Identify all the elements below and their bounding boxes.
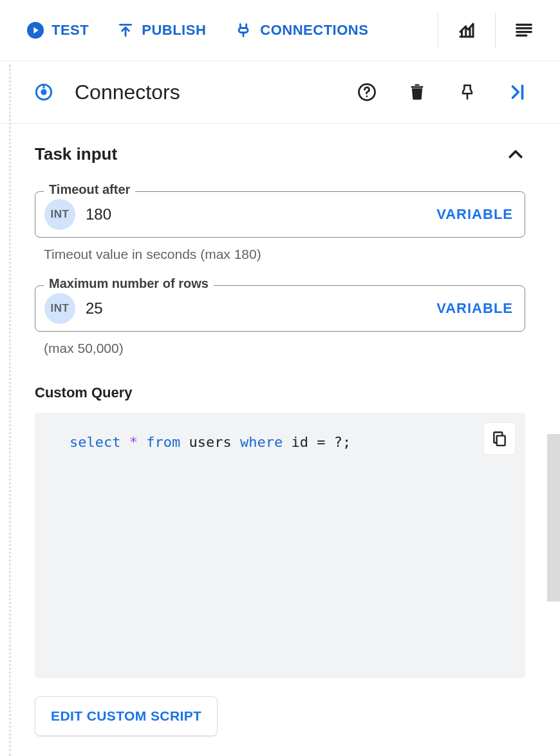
svg-point-9 — [41, 89, 46, 95]
pin-button[interactable] — [453, 78, 481, 106]
connector-icon — [35, 83, 53, 101]
panel-header: Connectors — [0, 61, 560, 124]
copy-icon — [491, 430, 508, 447]
edit-custom-script-button-label: EDIT CUSTOM SCRIPT — [51, 708, 201, 724]
copy-query-button[interactable] — [484, 423, 515, 454]
test-button[interactable]: TEST — [15, 17, 100, 44]
timeout-variable-button[interactable]: VARIABLE — [436, 206, 513, 223]
svg-rect-13 — [411, 86, 424, 88]
timeout-field-label: Timeout after — [44, 182, 135, 197]
custom-query-label: Custom Query — [35, 384, 525, 401]
publish-icon — [117, 22, 134, 39]
logs-button[interactable] — [506, 12, 542, 48]
timeout-input[interactable] — [84, 205, 427, 224]
task-input-section-toggle[interactable]: Task input — [35, 139, 525, 168]
max-rows-field-label: Maximum number of rows — [44, 276, 214, 291]
align-left-lines-icon — [514, 21, 534, 40]
analytics-button[interactable] — [449, 12, 485, 48]
vertical-scrollbar-thumb[interactable] — [547, 434, 560, 601]
panel-body: Task input Timeout after INT VARIABLE Ti… — [0, 124, 560, 736]
chevron-up-icon — [506, 145, 525, 164]
help-button[interactable] — [353, 78, 381, 106]
connections-button[interactable]: CONNECTIONS — [223, 16, 380, 44]
custom-query-code: select * from users where id = ?; — [70, 431, 484, 453]
max-rows-field: Maximum number of rows INT VARIABLE (max… — [35, 285, 525, 356]
pin-icon — [458, 83, 476, 101]
timeout-field: Timeout after INT VARIABLE Timeout value… — [35, 191, 525, 262]
int-type-badge: INT — [44, 199, 75, 230]
chevrons-right-end-icon — [508, 82, 527, 102]
custom-query-code-area: select * from users where id = ?; — [35, 413, 525, 678]
max-rows-variable-button[interactable]: VARIABLE — [436, 300, 513, 317]
svg-rect-17 — [497, 436, 505, 446]
svg-point-12 — [366, 95, 368, 97]
int-type-badge: INT — [44, 293, 75, 324]
connections-icon — [234, 21, 252, 39]
test-button-label: TEST — [51, 22, 89, 39]
bar-chart-icon — [457, 21, 476, 40]
help-circle-icon — [357, 82, 377, 102]
svg-rect-14 — [415, 84, 420, 86]
section-title: Task input — [35, 144, 117, 164]
delete-button[interactable] — [403, 78, 431, 106]
edit-custom-script-button[interactable]: EDIT CUSTOM SCRIPT — [35, 696, 218, 736]
publish-button[interactable]: PUBLISH — [106, 17, 218, 44]
timeout-helper-text: Timeout value in seconds (max 180) — [35, 247, 525, 262]
toolbar-divider-2 — [495, 13, 496, 48]
connections-button-label: CONNECTIONS — [260, 22, 368, 39]
top-toolbar: TEST PUBLISH CONNECTIONS — [0, 0, 560, 61]
max-rows-input[interactable] — [84, 299, 427, 318]
trash-icon — [408, 83, 426, 101]
collapse-panel-button[interactable] — [503, 78, 532, 106]
toolbar-divider — [438, 13, 438, 48]
max-rows-helper-text: (max 50,000) — [35, 341, 525, 356]
panel-title: Connectors — [75, 80, 331, 104]
publish-button-label: PUBLISH — [142, 22, 206, 39]
play-circle-icon — [27, 22, 44, 39]
